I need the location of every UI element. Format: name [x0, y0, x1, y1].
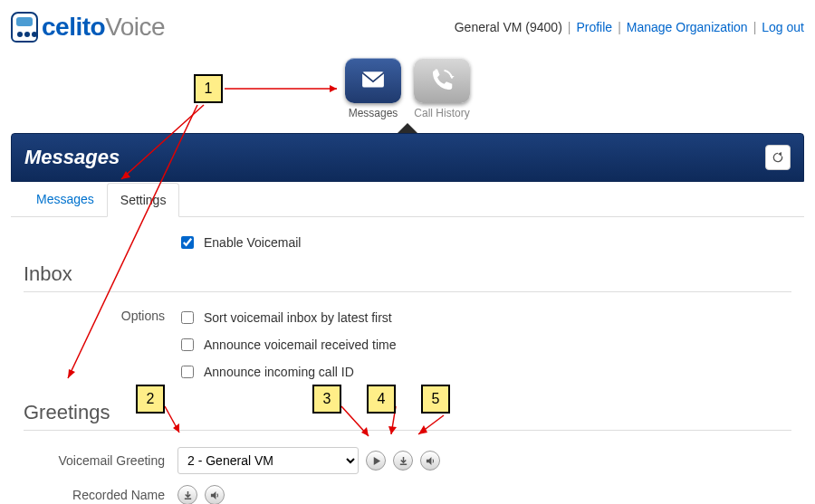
svg-marker-12 — [418, 425, 427, 434]
svg-marker-6 — [330, 85, 337, 92]
callout-3: 3 — [312, 385, 341, 414]
svg-marker-11 — [388, 426, 397, 434]
callout-2: 2 — [136, 385, 165, 414]
callout-5: 5 — [421, 385, 450, 414]
svg-marker-8 — [68, 369, 75, 378]
callout-1: 1 — [194, 74, 223, 103]
svg-marker-9 — [173, 423, 179, 433]
callout-4: 4 — [367, 385, 396, 414]
annotation-arrows — [0, 0, 815, 504]
